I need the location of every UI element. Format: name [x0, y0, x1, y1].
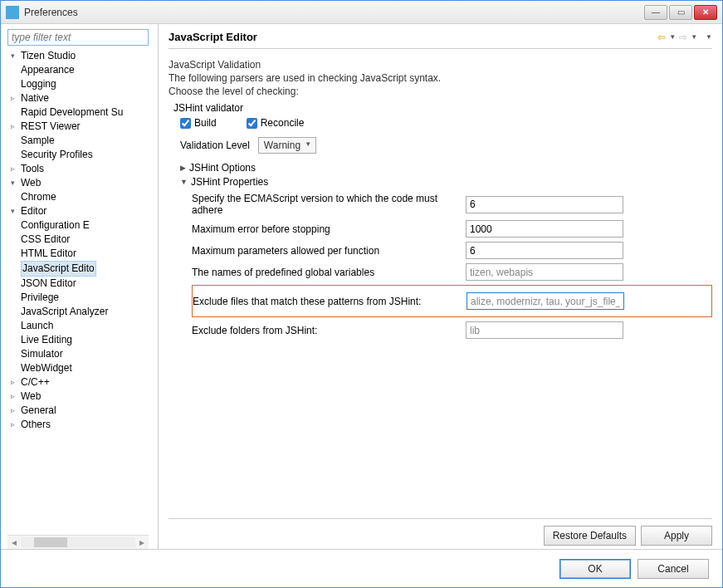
tree-item-label: Others: [21, 418, 51, 432]
tree-item[interactable]: Sample: [7, 134, 158, 148]
tree-item-label: REST Viewer: [21, 120, 81, 134]
tree-item-label: Privilege: [21, 291, 59, 305]
tree-item[interactable]: HTML Editor: [7, 247, 158, 261]
tree-item[interactable]: WebWidget: [7, 361, 158, 375]
scroll-left-icon[interactable]: ◂: [7, 537, 21, 548]
tree-item[interactable]: Privilege: [7, 291, 158, 305]
collapsed-icon[interactable]: ▹: [11, 418, 19, 432]
collapsed-icon[interactable]: ▹: [11, 91, 19, 105]
tree-item[interactable]: CSS Editor: [7, 233, 158, 247]
titlebar: Preferences — ▭ ✕: [1, 1, 722, 24]
tree-item[interactable]: ▹Native: [7, 91, 158, 105]
exclude-folders-row: Exclude folders from JSHint:: [192, 321, 712, 339]
tree-item[interactable]: Configuration E: [7, 218, 158, 233]
apply-button[interactable]: Apply: [641, 526, 712, 546]
tree-item[interactable]: ▾Editor: [7, 204, 158, 218]
tree-item[interactable]: ▹General: [7, 404, 158, 418]
restore-defaults-button[interactable]: Restore Defaults: [544, 526, 636, 546]
forward-dropdown-icon[interactable]: ▼: [691, 33, 697, 41]
exclude-folders-input[interactable]: [466, 321, 623, 339]
tree-item[interactable]: Chrome: [7, 190, 158, 204]
tree-item-label: WebWidget: [21, 361, 72, 375]
menu-dropdown-icon[interactable]: ▼: [706, 33, 712, 41]
tree-item-label: Web: [21, 390, 41, 404]
exclude-files-highlight: Exclude files that match these patterns …: [192, 285, 712, 317]
scroll-thumb[interactable]: [34, 537, 67, 547]
tree-item-label: Chrome: [21, 190, 56, 204]
build-checkbox-label[interactable]: Build: [180, 117, 217, 129]
dialog-footer: OK Cancel: [1, 549, 722, 587]
filter-input[interactable]: [7, 29, 149, 46]
build-checkbox[interactable]: [180, 118, 191, 129]
chevron-right-icon: ▶: [180, 164, 186, 172]
tree-item-label: Simulator: [21, 347, 63, 361]
preference-tree[interactable]: ▾Tizen StudioAppearanceLogging▹NativeRap…: [7, 49, 158, 532]
tree-item[interactable]: Appearance: [7, 63, 158, 77]
maximize-button[interactable]: ▭: [669, 5, 692, 20]
tree-item[interactable]: Rapid Development Su: [7, 105, 158, 120]
exclude-folders-label: Exclude folders from JSHint:: [192, 325, 466, 336]
globals-input[interactable]: [466, 263, 623, 281]
tree-item[interactable]: JavaScript Edito: [7, 261, 158, 277]
reconcile-checkbox[interactable]: [247, 118, 257, 129]
window-title: Preferences: [24, 7, 78, 18]
expanded-icon[interactable]: ▾: [11, 176, 19, 190]
scroll-track[interactable]: [21, 537, 135, 547]
validation-level-label: Validation Level: [180, 140, 250, 151]
validation-desc2: Choose the level of checking:: [169, 86, 712, 97]
tree-item[interactable]: ▹Tools: [7, 162, 158, 176]
tree-item-label: Editor: [21, 204, 46, 218]
tree-item[interactable]: ▾Tizen Studio: [7, 49, 158, 63]
back-arrow-icon[interactable]: ⇦: [657, 32, 666, 43]
cancel-button[interactable]: Cancel: [638, 559, 709, 579]
collapsed-icon[interactable]: ▹: [11, 390, 19, 404]
jshint-properties-panel: Specify the ECMAScript version to which …: [192, 193, 712, 339]
build-text: Build: [194, 117, 217, 129]
tree-item-label: Security Profiles: [21, 148, 93, 162]
jshint-options-expander[interactable]: ▶ JSHint Options: [180, 162, 712, 174]
tree-item[interactable]: JavaScript Analyzer: [7, 305, 158, 319]
collapsed-icon[interactable]: ▹: [11, 162, 19, 176]
exclude-files-input[interactable]: [467, 292, 624, 310]
reconcile-checkbox-label[interactable]: Reconcile: [247, 117, 305, 129]
minimize-button[interactable]: —: [644, 5, 667, 20]
tree-item[interactable]: Live Editing: [7, 333, 158, 347]
tree-item[interactable]: Security Profiles: [7, 148, 158, 162]
back-dropdown-icon[interactable]: ▼: [669, 33, 676, 41]
tree-item[interactable]: Logging: [7, 77, 158, 91]
validation-level-select[interactable]: Warning: [258, 137, 316, 154]
expanded-icon[interactable]: ▾: [11, 49, 19, 63]
tree-item[interactable]: ▹REST Viewer: [7, 120, 158, 134]
maxerr-input[interactable]: [466, 220, 623, 238]
collapsed-icon[interactable]: ▹: [11, 120, 19, 134]
forward-arrow-icon[interactable]: ⇨: [679, 32, 687, 43]
main-area: ▾Tizen StudioAppearanceLogging▹NativeRap…: [1, 24, 722, 549]
expanded-icon[interactable]: ▾: [11, 204, 19, 218]
tree-item[interactable]: Launch: [7, 319, 158, 333]
jshint-properties-expander[interactable]: ▼ JSHint Properties: [180, 176, 712, 188]
tree-item-label: Configuration E: [21, 218, 90, 233]
tree-item-label: Live Editing: [21, 333, 72, 347]
tree-item[interactable]: Simulator: [7, 347, 158, 361]
tree-item[interactable]: ▹Others: [7, 418, 158, 432]
sidebar: ▾Tizen StudioAppearanceLogging▹NativeRap…: [1, 24, 159, 549]
globals-label: The names of predefined global variables: [192, 267, 466, 278]
collapsed-icon[interactable]: ▹: [11, 375, 19, 390]
ecma-input[interactable]: [466, 196, 623, 213]
tree-item[interactable]: ▾Web: [7, 176, 158, 190]
nav-arrows: ⇦ ▼ ⇨ ▼ ▼: [657, 32, 712, 43]
close-button[interactable]: ✕: [694, 5, 717, 20]
maxparams-input[interactable]: [466, 242, 623, 259]
tree-item[interactable]: ▹C/C++: [7, 375, 158, 390]
sidebar-hscroll[interactable]: ◂ ▸: [7, 535, 149, 549]
tree-item-label: CSS Editor: [21, 233, 70, 247]
ok-button[interactable]: OK: [559, 559, 631, 579]
tree-item-label: HTML Editor: [21, 247, 76, 261]
scroll-right-icon[interactable]: ▸: [135, 537, 149, 548]
tree-item-label: Logging: [21, 77, 56, 91]
tree-item[interactable]: JSON Editor: [7, 277, 158, 291]
maxparams-label: Maximum parameters allowed per function: [192, 245, 466, 257]
tree-item-label: Web: [21, 176, 41, 190]
collapsed-icon[interactable]: ▹: [11, 404, 19, 418]
tree-item[interactable]: ▹Web: [7, 390, 158, 404]
